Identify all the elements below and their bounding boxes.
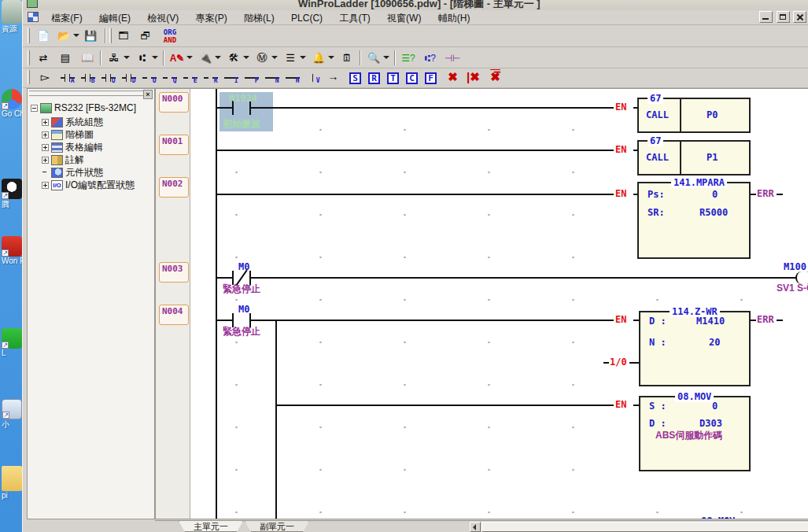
- tree-item-table-edit[interactable]: 表格編輯: [42, 141, 103, 154]
- tab-sub-unit[interactable]: 副單元一: [245, 521, 309, 532]
- delete-column-tool[interactable]: |✖: [463, 70, 483, 87]
- menu-help[interactable]: 輔助(H): [431, 10, 478, 27]
- delete-row-tool[interactable]: ✖̅: [485, 70, 505, 87]
- hline-tool[interactable]: H: [282, 70, 302, 87]
- coil-not-tool[interactable]: Q: [160, 70, 179, 87]
- mov-s-value[interactable]: 0: [712, 401, 718, 412]
- vline-tool[interactable]: V: [303, 70, 323, 87]
- panel-grip[interactable]: [29, 91, 144, 97]
- collapse-box-icon[interactable]: [31, 105, 38, 112]
- plug-status-button[interactable]: 🔌: [196, 50, 215, 67]
- menu-tool[interactable]: 工具(T): [332, 10, 377, 27]
- rung-label-n004[interactable]: N004: [159, 305, 189, 325]
- contact-status-button[interactable]: ⊣⊢: [443, 50, 462, 67]
- horizontal-scroll-thumb[interactable]: [481, 522, 808, 532]
- toolbar-grip[interactable]: [28, 70, 30, 84]
- rung-label-n000[interactable]: N000: [159, 92, 189, 113]
- zwr-n-value[interactable]: 20: [709, 337, 720, 348]
- tree-item-element-status[interactable]: 元件狀態: [42, 166, 103, 179]
- motor-config-dropdown[interactable]: [243, 56, 249, 62]
- falling-edge-tool[interactable]: N: [262, 70, 282, 87]
- new-file-button[interactable]: 📄: [34, 28, 53, 45]
- status-list-button[interactable]: ☰?: [399, 50, 418, 67]
- contact-no-tool[interactable]: A: [57, 70, 77, 87]
- function-tool[interactable]: F: [421, 70, 441, 87]
- menu-plc[interactable]: PLC(C): [284, 11, 330, 25]
- desktop-icon-chrome[interactable]: ↗ Go Ch: [2, 89, 22, 118]
- rung-label-n003[interactable]: N003: [159, 262, 189, 283]
- ladder-column-dropdown[interactable]: [152, 56, 158, 62]
- tab-main-unit[interactable]: 主單元一: [179, 521, 243, 532]
- call-p0-arg[interactable]: P0: [707, 109, 718, 120]
- relay-tool[interactable]: R: [364, 70, 384, 87]
- contact-up-tool[interactable]: U: [98, 70, 118, 87]
- panel-close-button[interactable]: ×: [143, 90, 153, 99]
- timer-tool[interactable]: T: [383, 70, 403, 87]
- ladder-column-button[interactable]: ⑆: [133, 50, 152, 67]
- expand-box-icon[interactable]: [42, 119, 49, 126]
- contact-name-m0[interactable]: M0: [238, 261, 249, 272]
- save-button[interactable]: 💾: [81, 28, 100, 45]
- motor-monitor-dropdown[interactable]: [328, 56, 334, 62]
- network-config-button[interactable]: 🖧: [105, 50, 124, 67]
- cpu-button[interactable]: ▤: [56, 50, 75, 67]
- desktop-icon-pdf[interactable]: ↗ Won PDF: [2, 236, 22, 265]
- expand-box-icon[interactable]: [42, 144, 49, 151]
- contact-nc-tool[interactable]: B: [78, 70, 98, 87]
- toolbar-grip[interactable]: [109, 28, 112, 43]
- ladder-window-button[interactable]: 🗗: [136, 28, 155, 45]
- edit-element-dropdown[interactable]: [186, 56, 193, 62]
- desktop-icon-recycle-bin[interactable]: 資源: [2, 0, 22, 35]
- contact-name-m0[interactable]: M0: [238, 304, 249, 315]
- tree-item-ladder-diagram[interactable]: 階梯圖: [42, 128, 94, 142]
- menu-view[interactable]: 檢視(V): [140, 10, 186, 27]
- rung-label-n001[interactable]: N001: [159, 135, 189, 155]
- tree-item-io-config-status[interactable]: I/OI/O編號配置狀態: [42, 179, 135, 192]
- org-and-button[interactable]: ORG AND: [158, 28, 182, 45]
- tree-root[interactable]: RS232 [FBs-32MC]: [31, 102, 136, 113]
- contact-down-tool[interactable]: D: [119, 70, 138, 87]
- menu-ladder[interactable]: 階梯(L): [237, 10, 282, 27]
- motor-config-button[interactable]: 🛠: [224, 50, 243, 67]
- mdi-child-icon[interactable]: [28, 12, 39, 22]
- zoom-document-dropdown[interactable]: [383, 56, 389, 62]
- mov-d-value[interactable]: D303: [699, 418, 722, 429]
- close-button[interactable]: [793, 11, 806, 23]
- network-config-dropdown[interactable]: [124, 56, 130, 62]
- motor-run-dropdown[interactable]: [271, 56, 278, 62]
- tree-item-comment[interactable]: 註解: [42, 153, 84, 167]
- list-edit-button[interactable]: ☰: [281, 50, 300, 67]
- call-p1-arg[interactable]: P1: [707, 152, 718, 163]
- mpara-sr-value[interactable]: R5000: [699, 207, 728, 218]
- address-book-button[interactable]: 📖: [78, 50, 97, 67]
- open-file-dropdown[interactable]: [73, 34, 79, 40]
- pointer-tool[interactable]: ▻: [35, 70, 55, 87]
- ladder-status-button[interactable]: ⑆?: [421, 50, 440, 67]
- toolbar-grip[interactable]: [28, 50, 30, 65]
- arrow-tool[interactable]: →: [323, 70, 343, 87]
- tree-item-system-config[interactable]: 系統組態: [42, 116, 103, 129]
- coil-out-tool[interactable]: O: [139, 70, 159, 87]
- restore-button[interactable]: [777, 11, 790, 23]
- rung-label-n002[interactable]: N002: [159, 177, 189, 198]
- motor-run-button[interactable]: Ⓜ: [253, 50, 271, 67]
- scroll-left-button[interactable]: [470, 522, 481, 532]
- coil-set-tool[interactable]: E: [180, 70, 200, 87]
- expand-box-icon[interactable]: [42, 182, 49, 189]
- table-window-button[interactable]: 🗓: [338, 50, 356, 67]
- counter-tool[interactable]: C: [402, 70, 422, 87]
- rising-edge-tool[interactable]: P: [242, 70, 261, 87]
- open-file-button[interactable]: 📂: [54, 28, 73, 45]
- plug-status-dropdown[interactable]: [215, 56, 221, 62]
- invert-tool[interactable]: I: [221, 70, 241, 87]
- project-window-button[interactable]: 🗔: [114, 28, 133, 45]
- mpara-ps-value[interactable]: 0: [712, 189, 718, 200]
- desktop-icon-calculator[interactable]: ↗ 小: [2, 399, 22, 430]
- zoom-document-button[interactable]: 🔍: [364, 50, 383, 67]
- step-tool[interactable]: S: [345, 70, 365, 87]
- menu-edit[interactable]: 編輯(E): [92, 10, 138, 27]
- desktop-icon-line[interactable]: ↗ L: [2, 328, 22, 357]
- desktop-icon-folder[interactable]: pi: [2, 466, 22, 500]
- delete-element-tool[interactable]: ✖: [443, 70, 463, 87]
- list-edit-dropdown[interactable]: [300, 56, 306, 62]
